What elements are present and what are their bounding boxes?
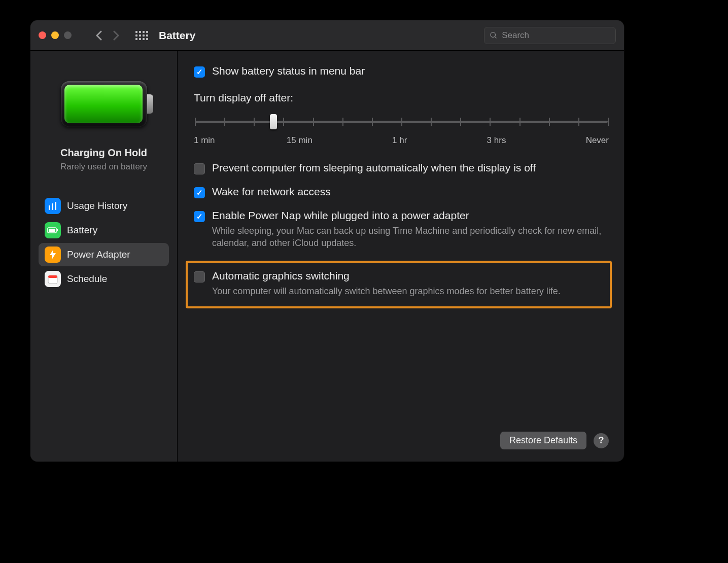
close-button[interactable] (39, 31, 46, 39)
search-icon (490, 31, 498, 40)
slider-tick (313, 118, 314, 126)
slider-tick (254, 118, 255, 126)
slider-tick (460, 118, 461, 126)
option-checkbox[interactable] (194, 163, 205, 174)
battery-status-subtitle: Rarely used on battery (60, 162, 147, 172)
show-status-row: ✓ Show battery status in menu bar (194, 65, 609, 78)
sidebar-item-label: Schedule (67, 273, 107, 285)
window-title: Battery (159, 29, 195, 42)
options-list: Prevent computer from sleeping automatic… (194, 162, 609, 308)
preferences-window: Battery Charging On Hold Rarely used on … (30, 20, 624, 462)
option-row: Prevent computer from sleeping automatic… (194, 162, 609, 174)
sidebar-item-schedule[interactable]: Schedule (39, 267, 169, 291)
option-row-inner: ✓Enable Power Nap while plugged into a p… (194, 209, 609, 250)
option-label: Wake for network access (212, 186, 331, 198)
slider-label: 1 min (194, 135, 215, 146)
option-description: Your computer will automatically switch … (212, 285, 561, 297)
slider-tick (608, 118, 609, 126)
slider-tick (224, 118, 225, 126)
help-button[interactable]: ? (594, 433, 609, 448)
traffic-lights (39, 31, 72, 39)
slider-labels: 1 min 15 min 1 hr 3 hrs Never (194, 135, 609, 146)
bolt-icon (45, 247, 61, 263)
window-body: Charging On Hold Rarely used on battery … (30, 51, 624, 462)
titlebar: Battery (30, 20, 624, 51)
slider-tick (401, 118, 402, 126)
slider-tick (431, 118, 432, 126)
option-checkbox[interactable]: ✓ (194, 211, 205, 222)
option-text: Prevent computer from sleeping automatic… (212, 162, 536, 174)
option-text: Automatic graphics switchingYour compute… (212, 270, 561, 297)
battery-status-title: Charging On Hold (60, 147, 147, 159)
option-row: ✓Enable Power Nap while plugged into a p… (194, 209, 609, 250)
forward-button[interactable] (109, 28, 123, 43)
slider-tick (372, 118, 373, 126)
svg-rect-4 (55, 202, 56, 210)
back-button[interactable] (92, 28, 106, 43)
sidebar-nav: Usage History Battery Power Adapter (39, 194, 169, 291)
option-checkbox[interactable] (194, 271, 205, 283)
svg-line-1 (495, 37, 496, 38)
minimize-button[interactable] (51, 31, 59, 39)
sidebar-item-power-adapter[interactable]: Power Adapter (39, 243, 169, 266)
slider-label: 1 hr (392, 135, 407, 146)
slider-tick (490, 118, 491, 126)
calendar-icon (45, 271, 61, 287)
chevron-left-icon (95, 30, 102, 41)
nav-arrows (92, 28, 123, 43)
display-off-slider[interactable] (195, 113, 608, 130)
slider-tick (283, 118, 284, 126)
option-label: Automatic graphics switching (212, 270, 561, 282)
sidebar-item-usage-history[interactable]: Usage History (39, 194, 169, 218)
slider-tick (549, 118, 550, 126)
slider-tick (195, 118, 196, 126)
slider-tick (342, 118, 343, 126)
maximize-button[interactable] (64, 31, 72, 39)
svg-rect-2 (49, 205, 50, 210)
sidebar-item-label: Power Adapter (67, 249, 130, 260)
slider-tick (519, 118, 521, 126)
bar-chart-icon (45, 198, 61, 214)
battery-hero-icon (61, 81, 147, 127)
option-text: Enable Power Nap while plugged into a po… (212, 209, 603, 250)
footer: Restore Defaults ? (194, 421, 609, 449)
search-input[interactable] (502, 30, 610, 41)
option-checkbox[interactable]: ✓ (194, 187, 205, 198)
show-status-label: Show battery status in menu bar (212, 65, 365, 77)
option-row-inner: Prevent computer from sleeping automatic… (194, 162, 609, 174)
option-row-inner: ✓Wake for network access (194, 186, 609, 198)
show-all-button[interactable] (135, 31, 147, 40)
svg-point-0 (491, 32, 495, 37)
battery-icon (45, 222, 61, 238)
sidebar-item-label: Battery (67, 225, 97, 236)
svg-rect-6 (49, 229, 55, 232)
sidebar: Charging On Hold Rarely used on battery … (30, 51, 178, 462)
search-field[interactable] (484, 27, 616, 44)
option-row: Automatic graphics switchingYour compute… (186, 261, 612, 308)
svg-rect-7 (57, 229, 58, 231)
sidebar-item-battery[interactable]: Battery (39, 219, 169, 242)
option-label: Enable Power Nap while plugged into a po… (212, 209, 603, 222)
slider-label: 3 hrs (487, 135, 506, 146)
slider-label: 15 min (287, 135, 313, 146)
option-description: While sleeping, your Mac can back up usi… (212, 225, 603, 250)
slider-label: Never (586, 135, 609, 146)
show-status-checkbox[interactable]: ✓ (194, 66, 205, 78)
slider-knob[interactable] (270, 114, 277, 129)
svg-rect-3 (52, 203, 53, 210)
restore-defaults-button[interactable]: Restore Defaults (500, 432, 586, 449)
svg-rect-9 (48, 275, 57, 278)
display-off-label: Turn display off after: (194, 92, 609, 104)
option-row: ✓Wake for network access (194, 186, 609, 198)
option-text: Wake for network access (212, 186, 331, 198)
chevron-right-icon (113, 30, 120, 41)
sidebar-item-label: Usage History (67, 200, 127, 212)
option-label: Prevent computer from sleeping automatic… (212, 162, 536, 174)
option-row-inner: Automatic graphics switchingYour compute… (194, 270, 603, 297)
slider-tick (578, 118, 579, 126)
main-panel: ✓ Show battery status in menu bar Turn d… (178, 51, 624, 462)
